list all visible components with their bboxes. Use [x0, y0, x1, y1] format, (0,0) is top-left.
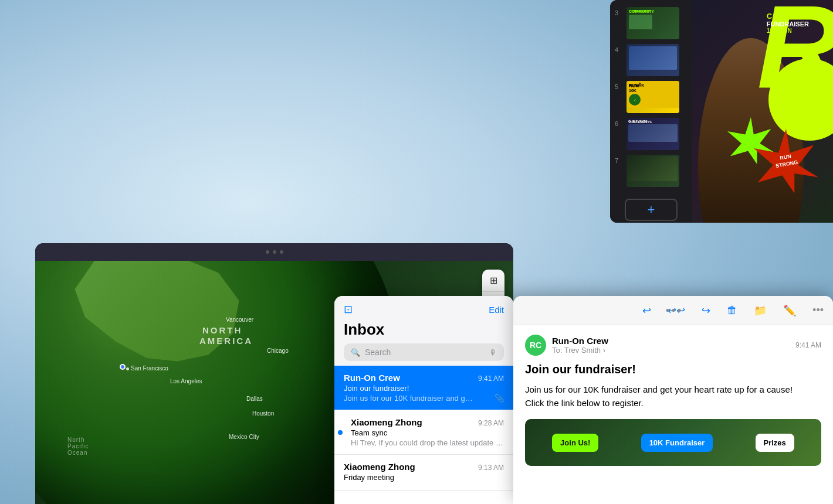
maps-titlebar [35, 243, 513, 261]
slide-thumb-item-6[interactable]: 6 OUR EVENTS [610, 115, 692, 152]
design-panel: 3 COMMUNITY 4 5 RUN 10K [610, 0, 833, 223]
slide-thumbnail-7[interactable] [627, 155, 679, 187]
mail-inbox-title: Inbox [344, 321, 504, 339]
compose-button[interactable]: ✏️ [783, 304, 796, 317]
email-toolbar: ↩ ↩↩ ↪ 🗑 📁 ✏️ ••• [513, 296, 833, 325]
unread-indicator-2 [338, 430, 343, 435]
join-us-button[interactable]: Join Us! [552, 434, 598, 452]
mail-sender-2: Xiaomeng Zhong [351, 417, 422, 427]
mail-edit-button[interactable]: Edit [489, 305, 504, 315]
prizes-button[interactable]: Prizes [756, 434, 794, 452]
layers-icon: ⊞ [490, 275, 497, 286]
mail-time-1: 9:41 AM [478, 374, 504, 383]
city-vancouver: Vancouver [226, 316, 253, 323]
maps-dot-1 [266, 250, 269, 254]
microphone-icon: 🎙 [489, 348, 497, 357]
sidebar-toggle-icon[interactable]: ⊡ [344, 303, 353, 316]
city-los-angeles: Los Angeles [170, 378, 202, 384]
slide-thumb-item-5[interactable]: 5 RUN 10K ✓ [610, 79, 692, 115]
search-placeholder-text: Search [365, 348, 485, 357]
search-icon: 🔍 [351, 348, 360, 357]
mail-preview-1: Join us for our 10K fundraiser and get y… [344, 394, 473, 403]
city-chicago: Chicago [267, 348, 289, 354]
slide-thumbnail-3[interactable]: COMMUNITY [627, 7, 679, 39]
slide-thumb-item-3[interactable]: 3 COMMUNITY [610, 5, 692, 42]
fundraiser-banner: Join Us! 10K Fundraiser Prizes [525, 419, 821, 466]
map-label-america: AMERICA [199, 336, 253, 346]
sf-pin-dot [120, 364, 126, 370]
slide-preview-bg: R COMMUNITY FUNDRAISER 10K RUN RUNSTRONG [692, 0, 833, 223]
email-meta-info: Run-On Crew To: Trev Smith › [552, 336, 608, 355]
mail-header: ⊡ Edit Inbox 🔍 Search 🎙 [334, 296, 513, 366]
mail-item-1[interactable]: Run-On Crew 9:41 AM Join our fundraiser!… [334, 366, 513, 410]
slide-number-3: 3 [615, 9, 623, 16]
mail-item-header-1: Run-On Crew 9:41 AM [344, 373, 504, 383]
mail-time-3: 9:13 AM [478, 464, 504, 472]
slide-thumb-item-7[interactable]: 7 [610, 152, 692, 189]
city-mexico-city: Mexico City [229, 434, 259, 440]
slide-number-4: 4 [615, 46, 623, 53]
trash-button[interactable]: 🗑 [727, 304, 737, 317]
email-subject: Join our fundraiser! [525, 363, 821, 376]
map-layers-button[interactable]: ⊞ [482, 270, 504, 292]
email-meta: RC Run-On Crew To: Trev Smith › 9:41 AM [525, 335, 821, 356]
mail-time-2: 9:28 AM [478, 419, 504, 427]
email-to: To: Trev Smith › [552, 346, 608, 355]
city-houston: Houston [252, 410, 274, 417]
10k-fundraiser-button[interactable]: 10K Fundraiser [641, 434, 713, 452]
slide-preview: R COMMUNITY FUNDRAISER 10K RUN RUNSTRONG [692, 0, 833, 223]
reply-button[interactable]: ↩ [642, 304, 651, 317]
mail-item-header-3: Xiaomeng Zhong 9:13 AM [344, 462, 504, 472]
mail-subject-3: Friday meeting [344, 473, 504, 482]
slide-thumb-item-4[interactable]: 4 [610, 42, 692, 79]
plus-icon: + [648, 202, 655, 217]
slide-text-overlay: COMMUNITY FUNDRAISER 10K RUN [767, 12, 824, 34]
slide-thumbnail-4[interactable] [627, 44, 679, 76]
mail-item-2[interactable]: Xiaomeng Zhong 9:28 AM Team sync Hi Trev… [334, 410, 513, 455]
slide-thumbnails: 3 COMMUNITY 4 5 RUN 10K [610, 0, 692, 223]
email-meta-left: RC Run-On Crew To: Trev Smith › [525, 335, 608, 356]
map-label-pacific: NorthPacificOcean [67, 437, 89, 456]
starburst-text: RUNSTRONG [774, 152, 798, 170]
mail-window: ⊡ Edit Inbox 🔍 Search 🎙 Run-On Crew 9:41… [334, 296, 513, 504]
mail-item-header-2: Xiaomeng Zhong 9:28 AM [344, 417, 504, 427]
mail-preview-2: Hi Trev, If you could drop the latest up… [344, 438, 504, 447]
mail-list: Run-On Crew 9:41 AM Join our fundraiser!… [334, 366, 513, 504]
sender-avatar: RC [525, 335, 546, 356]
mail-sender-1: Run-On Crew [344, 373, 400, 383]
toolbar-dot-3 [678, 309, 680, 312]
mail-subject-2: Team sync [344, 428, 504, 437]
toolbar-dot-1 [666, 309, 669, 312]
maps-dot-2 [273, 250, 276, 254]
attachment-icon-1: 📎 [495, 394, 504, 403]
mail-topbar: ⊡ Edit [344, 303, 504, 316]
sf-location-pin [120, 364, 126, 370]
more-button[interactable]: ••• [812, 304, 824, 317]
email-timestamp: 9:41 AM [795, 341, 821, 349]
maps-window-dots [266, 250, 283, 254]
email-detail-panel: ↩ ↩↩ ↪ 🗑 📁 ✏️ ••• RC Run-On Crew To: Tre… [513, 296, 833, 504]
folder-button[interactable]: 📁 [754, 304, 767, 317]
toolbar-dot-2 [672, 309, 675, 312]
slide-number-5: 5 [615, 83, 623, 90]
mail-item-3[interactable]: Xiaomeng Zhong 9:13 AM Friday meeting [334, 455, 513, 491]
slide-thumbnail-6[interactable]: OUR EVENTS [627, 118, 679, 150]
slide-fundraiser-text: FUNDRAISER [767, 21, 824, 28]
slide-10k-text: 10K RUN [767, 28, 824, 34]
email-from: Run-On Crew [552, 336, 608, 346]
city-san-francisco: San Francisco [126, 365, 168, 372]
map-label-north-america: NORTH [202, 325, 242, 335]
city-dallas: Dallas [246, 396, 263, 402]
slide-number-7: 7 [615, 157, 623, 164]
email-body: Join us for our 10K fundraiser and get y… [525, 383, 821, 410]
mail-sender-3: Xiaomeng Zhong [344, 462, 415, 472]
slide-community-text: COMMUNITY [767, 12, 824, 21]
forward-button[interactable]: ↪ [702, 304, 710, 317]
add-slide-button[interactable]: + [625, 199, 678, 221]
maps-dot-3 [280, 250, 283, 254]
mail-search-bar[interactable]: 🔍 Search 🎙 [344, 343, 504, 361]
toolbar-window-dots [666, 309, 680, 312]
email-content: RC Run-On Crew To: Trev Smith › 9:41 AM … [513, 325, 833, 504]
san-francisco-dot [126, 367, 129, 370]
slide-thumbnail-5[interactable]: RUN 10K ✓ [627, 81, 679, 113]
